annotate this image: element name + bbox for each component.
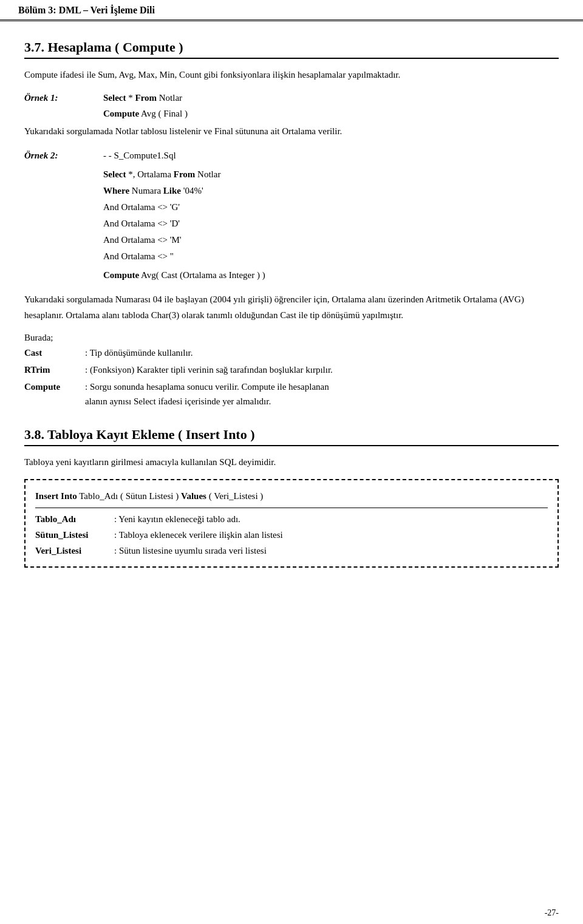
- compute-keyword-1: Compute: [103, 109, 139, 118]
- compute-value1: : Sorgu sonunda hesaplama sonucu verilir…: [85, 379, 559, 394]
- example-1-code-line1: Select * From Notlar: [103, 90, 559, 105]
- example-2-label: Örnek 2:: [24, 148, 103, 163]
- example-1-row: Örnek 1: Select * From Notlar: [24, 90, 559, 105]
- compute-value2: alanın aynısı Select ifadesi içerisinde …: [85, 394, 559, 409]
- ex2-line1-end: Notlar: [195, 169, 220, 179]
- example-2-compute-line: Compute Avg( Cast (Ortalama as Integer )…: [103, 267, 559, 284]
- param2-value: : Tabloya eklenecek verilere ilişkin ala…: [114, 528, 548, 542]
- example-2-line4: And Ortalama <> 'D': [103, 216, 559, 232]
- select-keyword-1: Select: [103, 93, 126, 103]
- compute-label: Compute: [24, 379, 85, 394]
- example-1-block: Örnek 1: Select * From Notlar Compute Av…: [24, 90, 559, 138]
- section-38-intro: Tabloya yeni kayıtların girilmesi amacıy…: [24, 455, 559, 469]
- param1-row: Tablo_Adı : Yeni kayıtın ekleneceği tabl…: [35, 512, 548, 526]
- cast-value: : Tip dönüşümünde kullanılır.: [85, 345, 559, 360]
- example-2-line5: And Ortalama <> 'M': [103, 232, 559, 248]
- header-title: Bölüm 3: DML – Veri İşleme Dili: [18, 5, 155, 15]
- example-2-comment: - - S_Compute1.Sql: [103, 148, 559, 163]
- syntax-separator-line: [35, 508, 548, 508]
- burada-section: Burada; Cast : Tip dönüşümünde kullanılı…: [24, 333, 559, 409]
- example-2-code-block: Select *, Ortalama From Notlar Where Num…: [103, 166, 559, 284]
- example-1-end: Notlar: [157, 93, 182, 103]
- example-1-compute-line: Compute Avg ( Final ): [103, 109, 188, 119]
- like-keyword: Like: [163, 186, 181, 195]
- rtrim-label: RTrim: [24, 362, 85, 377]
- example-2-line2: Where Numara Like '04%': [103, 183, 559, 199]
- param1-value: : Yeni kayıtın ekleneceği tablo adı.: [114, 512, 548, 526]
- page-number: -27-: [545, 908, 559, 917]
- ex2-line1-rest: *, Ortalama: [126, 169, 173, 179]
- example-1-compute-rest: Avg ( Final ): [139, 109, 188, 118]
- example-2-row-header: Örnek 2: - - S_Compute1.Sql: [24, 148, 559, 163]
- syntax-line1-end: ( Veri_Listesi ): [206, 491, 263, 501]
- example-2-explain: Yukarıdaki sorgulamada Numarası 04 ile b…: [24, 292, 559, 323]
- param3-value: : Sütun listesine uyumlu sırada veri lis…: [114, 543, 548, 558]
- page-content: 3.7. Hesaplama ( Compute ) Compute ifade…: [0, 21, 583, 614]
- param1-label: Tablo_Adı: [35, 512, 114, 526]
- param2-label: Sütun_Listesi: [35, 528, 114, 542]
- burada-cast-row: Cast : Tip dönüşümünde kullanılır.: [24, 345, 559, 360]
- example-1-desc: Yukarıdaki sorgulamada Notlar tablosu li…: [24, 124, 559, 138]
- param2-row: Sütun_Listesi : Tabloya eklenecek verile…: [35, 528, 548, 542]
- page-header: Bölüm 3: DML – Veri İşleme Dili: [0, 0, 583, 21]
- from-keyword-1: From: [135, 93, 157, 103]
- example-2-line6: And Ortalama <> ": [103, 248, 559, 265]
- burada-rtrim-row: RTrim : (Fonksiyon) Karakter tipli verin…: [24, 362, 559, 377]
- example-1-rest: *: [126, 93, 135, 103]
- page-footer: -27-: [545, 908, 559, 918]
- section-37-title: 3.7. Hesaplama ( Compute ): [24, 39, 559, 59]
- insert-into-keyword: Insert Into: [35, 491, 77, 501]
- param3-label: Veri_Listesi: [35, 543, 114, 558]
- cast-label: Cast: [24, 345, 85, 360]
- ex2-line2-end: '04%': [181, 186, 203, 195]
- syntax-box: Insert Into Tablo_Adı ( Sütun Listesi ) …: [24, 479, 559, 568]
- example-2-block: Örnek 2: - - S_Compute1.Sql Select *, Or…: [24, 148, 559, 323]
- ex2-compute-rest: Avg( Cast (Ortalama as Integer ) ): [139, 270, 265, 280]
- burada-title: Burada;: [24, 333, 559, 343]
- syntax-line1: Insert Into Tablo_Adı ( Sütun Listesi ) …: [35, 487, 548, 505]
- select-keyword-2: Select: [103, 169, 126, 179]
- values-keyword: Values: [181, 491, 206, 501]
- compute-keyword-2: Compute: [103, 270, 139, 280]
- ex2-line2-rest: Numara: [129, 186, 163, 195]
- section-38-title: 3.8. Tabloya Kayıt Ekleme ( Insert Into …: [24, 427, 559, 446]
- example-1-label: Örnek 1:: [24, 90, 103, 105]
- example-1-compute-row: Compute Avg ( Final ): [24, 109, 559, 119]
- syntax-line1-rest: Tablo_Adı ( Sütun Listesi ): [77, 491, 181, 501]
- param3-row: Veri_Listesi : Sütun listesine uyumlu sı…: [35, 543, 548, 558]
- example-2-line3: And Ortalama <> 'G': [103, 199, 559, 216]
- ex2-explain2: Ortalama alanı tabloda Char(3) olarak ta…: [64, 310, 403, 320]
- example-2-line1: Select *, Ortalama From Notlar: [103, 166, 559, 183]
- where-keyword: Where: [103, 186, 129, 195]
- compute-value: : Sorgu sonunda hesaplama sonucu verilir…: [85, 379, 559, 409]
- burada-compute-row: Compute : Sorgu sonunda hesaplama sonucu…: [24, 379, 559, 409]
- rtrim-value: : (Fonksiyon) Karakter tipli verinin sağ…: [85, 362, 559, 377]
- from-keyword-2: From: [174, 169, 196, 179]
- section-37-intro: Compute ifadesi ile Sum, Avg, Max, Min, …: [24, 67, 559, 82]
- syntax-params: Tablo_Adı : Yeni kayıtın ekleneceği tabl…: [35, 512, 548, 558]
